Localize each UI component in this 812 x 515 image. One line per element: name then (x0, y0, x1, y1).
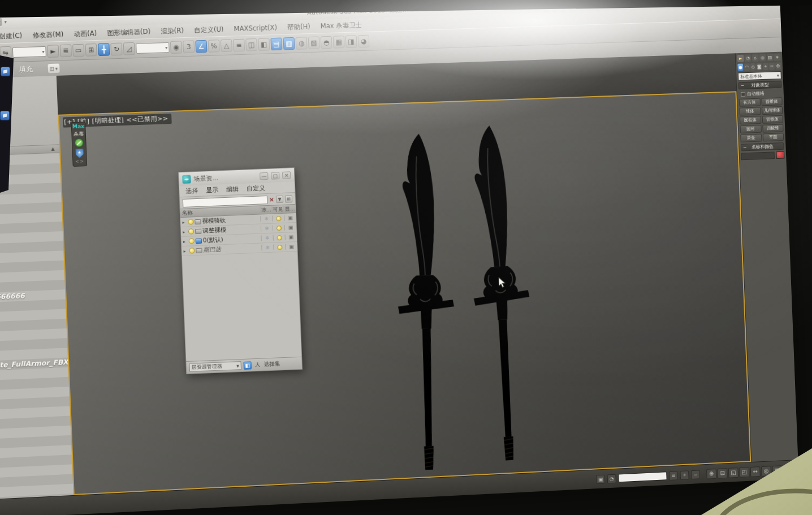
reference-coordinate-dropdown[interactable]: ▾ (136, 42, 170, 54)
frozen-cell[interactable]: ❄ (261, 226, 273, 232)
tab-motion-icon[interactable]: ◎ (759, 54, 766, 61)
graphite-ribbon-toggle-icon[interactable]: ▥ (283, 37, 295, 50)
menu-animation[interactable]: 动画(A) (69, 27, 102, 40)
pan-icon[interactable]: ↔ (750, 466, 761, 477)
tab-display-icon[interactable]: ▥ (767, 54, 774, 61)
display-cell[interactable]: ▣ (285, 244, 297, 250)
display-cell[interactable]: ▣ (284, 224, 296, 231)
selection-filter-dropdown[interactable]: ▾ (12, 46, 46, 58)
schematic-view-icon[interactable]: ▧ (308, 36, 320, 49)
empty-list-area[interactable] (182, 252, 301, 361)
cone-button[interactable]: 圆锥体 (761, 97, 783, 106)
zoom-icon[interactable]: ⊕ (706, 468, 716, 479)
dialog-menu-select[interactable]: 选择 (183, 185, 201, 197)
dialog-menu-edit[interactable]: 编辑 (223, 184, 242, 195)
rollout-object-type[interactable]: −对象类型 (738, 81, 782, 89)
ribbon-populate-icon[interactable]: ◫▾ (48, 64, 60, 73)
sub-geometry-icon[interactable]: ● (737, 64, 744, 71)
display-cell[interactable]: ▣ (284, 215, 296, 221)
frozen-cell[interactable]: ❄ (261, 245, 273, 251)
select-object-icon[interactable]: ► (47, 45, 59, 58)
tab-hierarchy-icon[interactable]: ⌂ (752, 54, 759, 62)
material-editor-icon[interactable]: ◓ (321, 36, 332, 49)
window-crossing-icon[interactable]: ⊞ (85, 44, 97, 57)
tab-modify-icon[interactable]: ◔ (745, 54, 751, 62)
pyramid-button[interactable]: 四棱锥 (762, 124, 784, 132)
column-display[interactable]: 显... (283, 205, 296, 213)
minimize-button[interactable]: — (260, 172, 269, 180)
render-setup-icon[interactable]: ▦ (333, 36, 345, 49)
side-app-icon[interactable] (0, 111, 10, 120)
antivirus-shield-icon[interactable] (75, 149, 84, 158)
visible-cell[interactable] (272, 215, 284, 222)
ribbon-tab-populate[interactable]: 填充 (19, 64, 33, 75)
menu-help[interactable]: 帮助(H) (283, 20, 316, 33)
expand-icon[interactable]: ▸ (183, 239, 188, 244)
select-and-scale-icon[interactable]: ◿ (123, 42, 135, 55)
percent-snap-icon[interactable]: % (208, 40, 220, 53)
layer-manager-icon[interactable]: ▤ (270, 38, 282, 51)
menu-maxscript[interactable]: MAXScript(X) (229, 21, 282, 34)
object-name-input[interactable] (741, 152, 775, 160)
menu-customize[interactable]: 自定义(U) (189, 23, 228, 36)
select-and-move-icon[interactable]: ╋ (98, 43, 110, 56)
expand-icon[interactable]: ▸ (182, 219, 187, 224)
named-selection-sets-icon[interactable]: ≡ (233, 39, 245, 52)
antivirus-scan-icon[interactable] (75, 139, 84, 148)
person-icon[interactable]: 人 (253, 361, 262, 369)
clear-search-icon[interactable]: × (269, 196, 274, 203)
layer-visibility-bulb-icon[interactable] (188, 228, 194, 234)
maximize-button[interactable]: □ (271, 172, 280, 180)
viewport[interactable]: [+] [前] [明暗处理] <<已禁用>> (58, 91, 751, 495)
frozen-cell[interactable]: ❄ (261, 235, 273, 241)
menu-graph-editors[interactable]: 图形编辑器(D) (102, 25, 156, 39)
autogrid-checkbox[interactable]: 自动栅格 (738, 90, 782, 97)
frozen-cell[interactable]: ❄ (260, 216, 272, 222)
checkbox-icon[interactable] (741, 92, 745, 96)
align-icon[interactable]: ◧ (258, 38, 270, 51)
side-app-icon[interactable] (1, 67, 10, 76)
menu-antivirus-plugin[interactable]: Max 杀毒卫士 (316, 19, 366, 32)
visible-cell[interactable] (273, 244, 285, 250)
layer-visibility-bulb-icon[interactable] (189, 248, 195, 253)
zoom-all-icon[interactable]: ⊡ (717, 468, 727, 479)
angle-snap-icon[interactable]: ∠ (195, 40, 207, 53)
zoom-extents-all-icon[interactable]: ◰ (739, 467, 749, 478)
display-cell[interactable]: ▣ (284, 234, 296, 240)
close-button[interactable]: ✕ (282, 171, 291, 179)
filter-funnel-icon[interactable]: ▼ (276, 195, 284, 203)
primitive-category-dropdown[interactable]: 标准基本体▾ (738, 71, 781, 80)
sphere-button[interactable]: 球体 (739, 107, 761, 115)
layer-visibility-bulb-icon[interactable] (188, 219, 193, 224)
expand-icon[interactable]: ▸ (183, 229, 187, 234)
use-pivot-point-icon[interactable]: ◉ (170, 41, 182, 54)
sub-systems-icon[interactable]: ⚙ (775, 62, 781, 70)
orbit-icon[interactable]: ◎ (761, 466, 771, 477)
maximize-viewport-icon[interactable]: ◧ (783, 465, 793, 475)
key-mode-icon[interactable]: − (691, 470, 700, 479)
dialog-menu-customize[interactable]: 自定义 (244, 183, 269, 194)
tab-create-icon[interactable]: ► (737, 55, 744, 62)
spinner-snap-icon[interactable]: △ (221, 39, 232, 52)
antivirus-collapse-icon[interactable]: <> (75, 159, 84, 165)
undo-quick-icon[interactable]: ↶ (0, 18, 2, 27)
column-frozen[interactable]: 冻... (260, 206, 272, 214)
sub-helpers-icon[interactable]: ⌖ (763, 63, 769, 70)
add-time-tag-icon[interactable]: ＋ (680, 470, 689, 480)
render-production-icon[interactable]: ◕ (358, 35, 370, 48)
zoom-extents-icon[interactable]: ◱ (728, 468, 738, 478)
tab-utilities-icon[interactable]: ∗ (774, 54, 780, 61)
explorer-mode-dropdown[interactable]: 层资源管理器▾ (189, 361, 241, 372)
sub-lights-icon[interactable]: ◇ (750, 63, 756, 71)
isolate-selection-icon[interactable]: ▣ (596, 474, 605, 484)
expand-icon[interactable]: ▸ (183, 248, 188, 253)
field-of-view-icon[interactable]: ▦ (772, 465, 782, 476)
lock-explorer-icon[interactable]: ◧ (243, 361, 252, 370)
geosphere-button[interactable]: 几何球体 (762, 106, 783, 115)
tube-button[interactable]: 管状体 (762, 115, 783, 124)
box-button[interactable]: 长方体 (739, 98, 761, 107)
select-and-rotate-icon[interactable]: ↻ (110, 43, 122, 56)
grid-toggle-icon[interactable]: ≡ (669, 471, 678, 481)
object-color-swatch[interactable] (776, 152, 784, 159)
select-by-name-icon[interactable]: ≣ (60, 44, 72, 57)
